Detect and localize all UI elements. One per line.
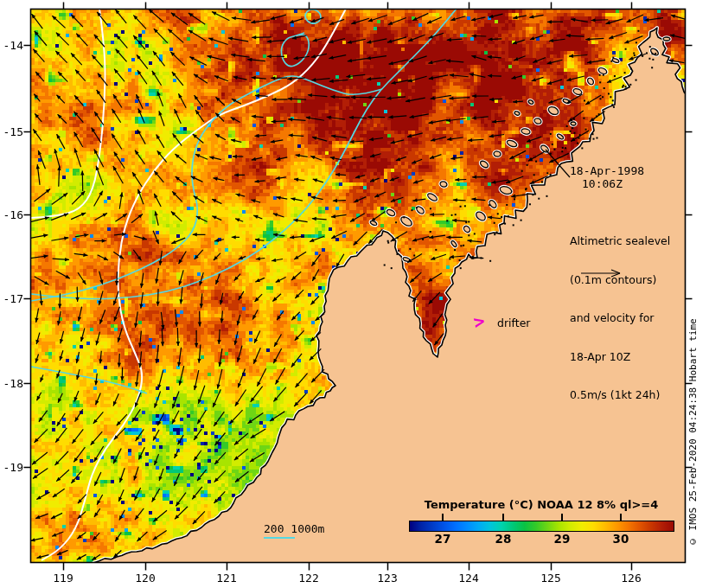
info-line: Altimetric sealevel [570,234,670,247]
info-line: 18-Apr 10Z [570,350,670,363]
colorbar-tick-label: 30 [606,532,636,546]
colorbar-tick-label: 29 [547,532,577,546]
colorbar-tick-label: 27 [428,532,457,546]
colorbar-gradient [409,521,674,532]
lon-tick-label: 125 [533,572,568,585]
altimetric-info-block: Altimetric sealevel (0.1m contours) and … [570,208,670,427]
sst-map-page: -14-15-16-17-18-191191201211221231241251… [0,0,709,588]
credit-vertical-text: © IMOS 25-Feb-2020 04:24:38 Hobart time [687,336,699,547]
lon-tick-label: 119 [46,572,80,585]
lon-tick-label: 124 [451,572,486,585]
date-annotation-line2: 10:06Z [582,177,623,190]
lon-tick-label: 120 [128,572,163,585]
info-line: (0.1m contours) [570,273,670,286]
lat-tick-label: -19 [0,461,23,474]
colorbar-tick [561,514,563,521]
lon-tick-label: 121 [209,572,244,585]
lat-tick-label: -16 [0,208,23,221]
isobath-legend-label: 200 1000m [264,522,324,535]
lon-tick-label: 126 [614,572,648,585]
lat-tick-label: -15 [0,125,23,138]
colorbar-title: Temperature (°C) NOAA 12 8% ql>=4 [406,498,676,511]
lat-tick-label: -18 [0,377,23,390]
lon-tick-label: 123 [370,572,405,585]
colorbar-tick [620,514,622,521]
date-annotation-line1: 18-Apr-1998 [570,164,644,177]
lon-tick-label: 122 [291,572,326,585]
info-line: 0.5m/s (1kt 24h) [570,388,670,401]
drifter-label: drifter [497,316,530,329]
colorbar-tick [502,514,504,521]
lat-tick-label: -17 [0,292,23,305]
info-line: and velocity for [570,311,670,324]
colorbar-tick-label: 28 [489,532,518,546]
colorbar-tick [442,514,444,521]
lat-tick-label: -14 [0,39,23,52]
isobath-legend-line [264,537,295,539]
